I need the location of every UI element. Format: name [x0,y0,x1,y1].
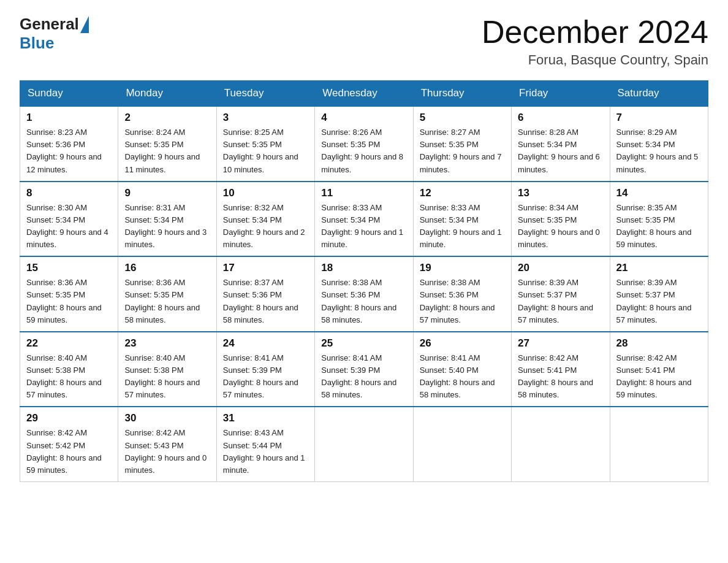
day-number: 7 [616,112,702,124]
day-info: Sunrise: 8:39 AMSunset: 5:37 PMDaylight:… [616,277,702,326]
day-number: 23 [124,337,210,350]
calendar-cell: 9Sunrise: 8:31 AMSunset: 5:34 PMDaylight… [118,182,216,257]
column-header-friday: Friday [512,81,610,107]
title-block: December 2024 Forua, Basque Country, Spa… [482,15,708,68]
day-info: Sunrise: 8:39 AMSunset: 5:37 PMDaylight:… [518,277,603,326]
day-info: Sunrise: 8:23 AMSunset: 5:36 PMDaylight:… [26,126,112,176]
calendar-week-row: 22Sunrise: 8:40 AMSunset: 5:38 PMDayligh… [20,332,708,407]
calendar-cell: 8Sunrise: 8:30 AMSunset: 5:34 PMDaylight… [20,182,118,257]
day-info: Sunrise: 8:42 AMSunset: 5:41 PMDaylight:… [518,352,603,402]
calendar-week-row: 1Sunrise: 8:23 AMSunset: 5:36 PMDaylight… [20,106,708,182]
calendar-title: December 2024 [482,15,708,50]
column-header-monday: Monday [118,81,216,107]
day-number: 5 [420,112,505,124]
day-info: Sunrise: 8:29 AMSunset: 5:34 PMDaylight:… [616,126,702,176]
calendar-cell: 2Sunrise: 8:24 AMSunset: 5:35 PMDaylight… [118,106,216,182]
column-header-tuesday: Tuesday [216,81,314,107]
day-number: 11 [321,187,406,199]
calendar-subtitle: Forua, Basque Country, Spain [482,52,708,68]
calendar-cell: 13Sunrise: 8:34 AMSunset: 5:35 PMDayligh… [512,182,610,257]
calendar-cell: 4Sunrise: 8:26 AMSunset: 5:35 PMDaylight… [315,106,413,182]
column-header-wednesday: Wednesday [315,81,413,107]
calendar-cell: 25Sunrise: 8:41 AMSunset: 5:39 PMDayligh… [315,332,413,407]
calendar-week-row: 8Sunrise: 8:30 AMSunset: 5:34 PMDaylight… [20,182,708,257]
calendar-cell: 26Sunrise: 8:41 AMSunset: 5:40 PMDayligh… [413,332,511,407]
day-info: Sunrise: 8:28 AMSunset: 5:34 PMDaylight:… [518,126,603,176]
calendar-week-row: 15Sunrise: 8:36 AMSunset: 5:35 PMDayligh… [20,256,708,332]
day-number: 24 [223,337,308,350]
day-info: Sunrise: 8:35 AMSunset: 5:35 PMDaylight:… [616,202,702,251]
page-header: General Blue December 2024 Forua, Basque… [20,15,708,68]
day-number: 16 [124,262,210,274]
day-info: Sunrise: 8:41 AMSunset: 5:39 PMDaylight:… [321,352,406,402]
day-number: 9 [124,187,210,199]
day-info: Sunrise: 8:40 AMSunset: 5:38 PMDaylight:… [26,352,112,402]
calendar-header-row: SundayMondayTuesdayWednesdayThursdayFrid… [20,81,708,107]
day-number: 18 [321,262,406,274]
day-number: 10 [223,187,308,199]
day-info: Sunrise: 8:36 AMSunset: 5:35 PMDaylight:… [124,277,210,326]
day-number: 15 [26,262,112,274]
calendar-cell: 30Sunrise: 8:42 AMSunset: 5:43 PMDayligh… [118,407,216,481]
day-number: 21 [616,262,702,274]
day-info: Sunrise: 8:42 AMSunset: 5:42 PMDaylight:… [26,427,112,477]
calendar-cell: 29Sunrise: 8:42 AMSunset: 5:42 PMDayligh… [20,407,118,481]
day-info: Sunrise: 8:33 AMSunset: 5:34 PMDaylight:… [321,202,406,251]
day-info: Sunrise: 8:33 AMSunset: 5:34 PMDaylight:… [420,202,505,251]
calendar-cell: 3Sunrise: 8:25 AMSunset: 5:35 PMDaylight… [216,106,314,182]
calendar-cell: 22Sunrise: 8:40 AMSunset: 5:38 PMDayligh… [20,332,118,407]
day-info: Sunrise: 8:24 AMSunset: 5:35 PMDaylight:… [124,126,210,176]
day-info: Sunrise: 8:42 AMSunset: 5:41 PMDaylight:… [616,352,702,402]
day-info: Sunrise: 8:38 AMSunset: 5:36 PMDaylight:… [321,277,406,326]
day-info: Sunrise: 8:26 AMSunset: 5:35 PMDaylight:… [321,126,406,176]
logo-blue-text: Blue [20,34,54,53]
calendar-cell: 10Sunrise: 8:32 AMSunset: 5:34 PMDayligh… [216,182,314,257]
calendar-cell: 6Sunrise: 8:28 AMSunset: 5:34 PMDaylight… [512,106,610,182]
calendar-cell: 17Sunrise: 8:37 AMSunset: 5:36 PMDayligh… [216,256,314,332]
calendar-cell: 20Sunrise: 8:39 AMSunset: 5:37 PMDayligh… [512,256,610,332]
calendar-cell: 1Sunrise: 8:23 AMSunset: 5:36 PMDaylight… [20,106,118,182]
calendar-cell: 11Sunrise: 8:33 AMSunset: 5:34 PMDayligh… [315,182,413,257]
calendar-cell: 21Sunrise: 8:39 AMSunset: 5:37 PMDayligh… [610,256,708,332]
day-number: 25 [321,337,406,350]
day-info: Sunrise: 8:41 AMSunset: 5:39 PMDaylight:… [223,352,308,402]
calendar-cell: 24Sunrise: 8:41 AMSunset: 5:39 PMDayligh… [216,332,314,407]
day-info: Sunrise: 8:30 AMSunset: 5:34 PMDaylight:… [26,202,112,251]
logo: General Blue [20,15,89,53]
day-number: 17 [223,262,308,274]
day-number: 14 [616,187,702,199]
calendar-cell: 16Sunrise: 8:36 AMSunset: 5:35 PMDayligh… [118,256,216,332]
day-info: Sunrise: 8:36 AMSunset: 5:35 PMDaylight:… [26,277,112,326]
day-info: Sunrise: 8:25 AMSunset: 5:35 PMDaylight:… [223,126,308,176]
day-number: 20 [518,262,603,274]
day-number: 19 [420,262,505,274]
day-info: Sunrise: 8:43 AMSunset: 5:44 PMDaylight:… [223,427,308,477]
calendar-cell: 19Sunrise: 8:38 AMSunset: 5:36 PMDayligh… [413,256,511,332]
day-info: Sunrise: 8:32 AMSunset: 5:34 PMDaylight:… [223,202,308,251]
day-number: 3 [223,112,308,124]
calendar-cell: 28Sunrise: 8:42 AMSunset: 5:41 PMDayligh… [610,332,708,407]
calendar-cell: 12Sunrise: 8:33 AMSunset: 5:34 PMDayligh… [413,182,511,257]
day-number: 13 [518,187,603,199]
calendar-cell [512,407,610,481]
calendar-cell [315,407,413,481]
day-info: Sunrise: 8:41 AMSunset: 5:40 PMDaylight:… [420,352,505,402]
day-info: Sunrise: 8:40 AMSunset: 5:38 PMDaylight:… [124,352,210,402]
calendar-cell: 23Sunrise: 8:40 AMSunset: 5:38 PMDayligh… [118,332,216,407]
calendar-week-row: 29Sunrise: 8:42 AMSunset: 5:42 PMDayligh… [20,407,708,481]
calendar-cell [610,407,708,481]
day-info: Sunrise: 8:38 AMSunset: 5:36 PMDaylight:… [420,277,505,326]
calendar-cell: 5Sunrise: 8:27 AMSunset: 5:35 PMDaylight… [413,106,511,182]
day-number: 8 [26,187,112,199]
calendar-cell: 27Sunrise: 8:42 AMSunset: 5:41 PMDayligh… [512,332,610,407]
day-info: Sunrise: 8:31 AMSunset: 5:34 PMDaylight:… [124,202,210,251]
day-info: Sunrise: 8:34 AMSunset: 5:35 PMDaylight:… [518,202,603,251]
calendar-cell: 31Sunrise: 8:43 AMSunset: 5:44 PMDayligh… [216,407,314,481]
day-number: 1 [26,112,112,124]
calendar-cell: 18Sunrise: 8:38 AMSunset: 5:36 PMDayligh… [315,256,413,332]
column-header-sunday: Sunday [20,81,118,107]
day-number: 27 [518,337,603,350]
day-info: Sunrise: 8:42 AMSunset: 5:43 PMDaylight:… [124,427,210,477]
calendar-cell: 15Sunrise: 8:36 AMSunset: 5:35 PMDayligh… [20,256,118,332]
day-number: 2 [124,112,210,124]
